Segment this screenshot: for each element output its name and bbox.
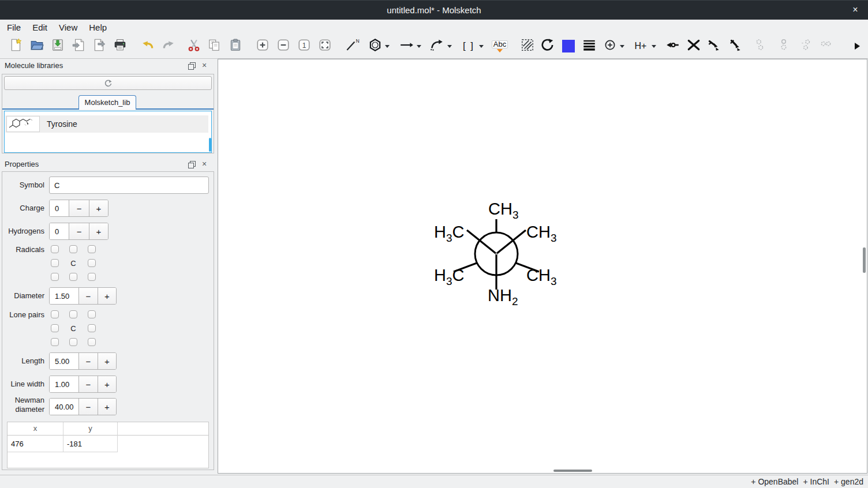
arrow-dropdown[interactable]: [415, 37, 423, 55]
column-header-x[interactable]: x: [8, 422, 63, 436]
length-decrement-button[interactable]: −: [78, 353, 97, 369]
newman-diameter-decrement-button[interactable]: −: [78, 399, 97, 415]
atom-label-bottom-right[interactable]: CH3: [526, 266, 556, 290]
line-width-value[interactable]: 1.00: [50, 376, 78, 392]
lone-pair-checkbox[interactable]: [51, 310, 59, 318]
length-increment-button[interactable]: +: [98, 353, 116, 369]
menu-edit[interactable]: Edit: [27, 20, 53, 35]
radical-checkbox[interactable]: [88, 259, 96, 267]
symbol-input[interactable]: C: [49, 177, 209, 194]
hydrogens-value[interactable]: 0: [50, 223, 69, 239]
lone-pair-checkbox[interactable]: [51, 324, 59, 332]
text-tool[interactable]: Abc: [491, 37, 508, 55]
cell-y[interactable]: -181: [63, 436, 118, 452]
insert-arrow-tool[interactable]: [398, 37, 416, 55]
atom-label-bottom-left[interactable]: H3C: [434, 266, 464, 290]
print-button[interactable]: [111, 37, 129, 55]
cut-button[interactable]: [185, 37, 203, 55]
line-width-button[interactable]: [581, 37, 598, 55]
lone-pair-checkbox[interactable]: [51, 338, 59, 346]
lone-pair-checkbox[interactable]: [69, 338, 77, 346]
import-button[interactable]: [70, 37, 87, 55]
color-picker-button[interactable]: [560, 37, 577, 55]
hydrogens-increment-button[interactable]: +: [89, 223, 108, 239]
undo-button[interactable]: [139, 37, 156, 55]
diameter-value[interactable]: 1.50: [50, 288, 78, 304]
radical-checkbox[interactable]: [51, 259, 59, 267]
connect-tool[interactable]: [664, 37, 682, 55]
radical-checkbox[interactable]: [69, 245, 77, 253]
window-close-button[interactable]: ×: [847, 1, 863, 20]
atom-label-top-left[interactable]: H3C: [434, 223, 464, 247]
list-item-tyrosine[interactable]: Tyrosine: [5, 115, 208, 133]
horizontal-scrollbar[interactable]: [553, 470, 592, 472]
charge-tool[interactable]: [601, 37, 619, 55]
cell-x[interactable]: 476: [8, 436, 63, 452]
draw-bond-tool[interactable]: N: [343, 37, 361, 55]
rotate-tool[interactable]: [539, 37, 556, 55]
menu-view[interactable]: View: [53, 20, 83, 35]
atom-label-bottom[interactable]: NH2: [488, 287, 518, 310]
newman-diameter-increment-button[interactable]: +: [98, 399, 116, 415]
lone-pair-checkbox[interactable]: [88, 324, 96, 332]
radical-checkbox[interactable]: [88, 245, 96, 253]
open-file-button[interactable]: [28, 37, 46, 55]
radical-checkbox[interactable]: [51, 273, 59, 281]
toolbar-expand-button[interactable]: [848, 37, 866, 55]
library-dock-float-button[interactable]: [187, 61, 196, 70]
hydrogen-tool[interactable]: H+: [632, 37, 649, 55]
line-width-decrement-button[interactable]: −: [78, 376, 97, 392]
mechanics-tool-1[interactable]: [705, 37, 723, 55]
delete-tool[interactable]: [685, 37, 702, 55]
properties-dock-close-button[interactable]: ×: [200, 159, 209, 168]
zoom-out-button[interactable]: [275, 37, 292, 55]
properties-dock-float-button[interactable]: [187, 160, 196, 169]
save-button[interactable]: [49, 37, 66, 55]
diameter-increment-button[interactable]: +: [98, 288, 116, 304]
line-width-label: Line width: [0, 376, 44, 393]
mechanics-tool-2[interactable]: [727, 37, 744, 55]
hydrogens-decrement-button[interactable]: −: [69, 223, 88, 239]
zoom-fit-button[interactable]: [316, 37, 334, 55]
new-file-button[interactable]: [8, 37, 25, 55]
lone-pair-checkbox[interactable]: [88, 310, 96, 318]
radical-checkbox[interactable]: [88, 273, 96, 281]
atom-label-top[interactable]: CH3: [488, 200, 518, 224]
menu-help[interactable]: Help: [83, 20, 113, 35]
diameter-decrement-button[interactable]: −: [78, 288, 97, 304]
paste-button[interactable]: [227, 37, 244, 55]
radical-checkbox[interactable]: [69, 273, 77, 281]
column-header-y[interactable]: y: [63, 422, 118, 436]
charge-increment-button[interactable]: +: [89, 200, 108, 216]
library-scrollbar[interactable]: [209, 138, 211, 152]
mechanism-arrow-tool[interactable]: [428, 37, 446, 55]
charge-decrement-button[interactable]: −: [69, 200, 88, 216]
brackets-dropdown[interactable]: [477, 37, 485, 55]
export-button[interactable]: [91, 37, 108, 55]
zoom-in-button[interactable]: [254, 37, 271, 55]
menu-file[interactable]: File: [1, 20, 27, 35]
zoom-original-button[interactable]: 1: [295, 37, 313, 55]
insert-ring-tool[interactable]: [366, 37, 384, 55]
tab-molsketch-lib[interactable]: Molsketch_lib: [78, 95, 136, 110]
newman-diameter-value[interactable]: 40.00: [50, 399, 78, 415]
hydrogen-dropdown[interactable]: [650, 37, 658, 55]
charge-value[interactable]: 0: [50, 200, 69, 216]
library-dock-close-button[interactable]: ×: [200, 61, 209, 70]
zoom-original-glyph: 1: [302, 42, 306, 50]
charge-dropdown[interactable]: [618, 37, 626, 55]
atom-label-top-right[interactable]: CH3: [526, 223, 556, 247]
ring-dropdown[interactable]: [383, 37, 391, 55]
library-refresh-button[interactable]: [4, 76, 212, 90]
mechanism-dropdown[interactable]: [446, 37, 454, 55]
vertical-scrollbar[interactable]: [863, 247, 866, 273]
length-value[interactable]: 5.00: [50, 353, 78, 369]
insert-brackets-tool[interactable]: [ ]: [460, 37, 477, 55]
line-width-increment-button[interactable]: +: [98, 376, 116, 392]
redo-button[interactable]: [160, 37, 177, 55]
radical-checkbox[interactable]: [51, 245, 59, 253]
copy-button[interactable]: [205, 37, 223, 55]
lone-pair-checkbox[interactable]: [88, 338, 96, 346]
area-selection-tool[interactable]: [519, 37, 536, 55]
lone-pair-checkbox[interactable]: [69, 310, 77, 318]
